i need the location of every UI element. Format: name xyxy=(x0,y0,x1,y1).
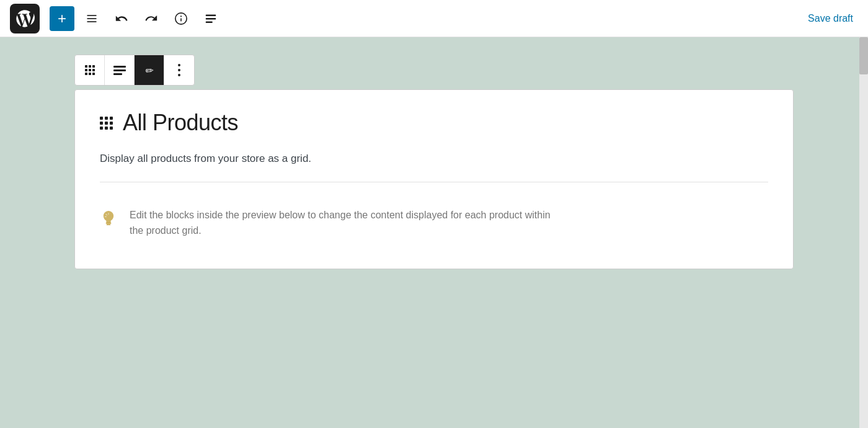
tip-text: Edit the blocks inside the preview below… xyxy=(130,207,564,239)
svg-rect-6 xyxy=(206,14,216,16)
scrollbar[interactable] xyxy=(859,37,868,428)
editor-canvas: ✏ All Products xyxy=(0,37,868,428)
svg-rect-8 xyxy=(206,21,213,22)
card-header: All Products xyxy=(100,110,768,136)
tip-section: Edit the blocks inside the preview below… xyxy=(100,202,768,244)
pencil-icon: ✏ xyxy=(144,64,154,76)
wordpress-logo xyxy=(10,4,40,33)
card-divider xyxy=(100,182,768,182)
more-options-button[interactable] xyxy=(164,55,194,85)
block-toolbar-wrapper: ✏ xyxy=(74,55,794,88)
menu-button[interactable] xyxy=(198,6,223,31)
all-products-grid-icon xyxy=(100,117,113,130)
info-button[interactable] xyxy=(169,6,193,31)
block-toolbar: ✏ xyxy=(74,55,195,86)
scrollbar-thumb[interactable] xyxy=(859,37,868,74)
undo-button[interactable] xyxy=(109,6,134,31)
redo-button[interactable] xyxy=(139,6,164,31)
save-draft-button[interactable]: Save draft xyxy=(808,13,853,24)
tools-button[interactable] xyxy=(79,6,104,31)
grid-view-button[interactable] xyxy=(75,55,105,85)
add-block-button[interactable]: + xyxy=(50,6,74,31)
editor-area: ✏ All Products xyxy=(74,55,794,269)
content-card: All Products Display all products from y… xyxy=(74,89,794,269)
top-toolbar: + Save draft xyxy=(0,0,868,37)
dots-vertical-icon xyxy=(178,64,180,76)
card-description: Display all products from your store as … xyxy=(100,151,768,167)
list-icon xyxy=(113,66,126,75)
lightbulb-icon xyxy=(100,208,117,231)
svg-rect-7 xyxy=(206,18,216,19)
list-view-button[interactable] xyxy=(105,55,135,85)
grid-icon xyxy=(85,65,95,75)
edit-button[interactable]: ✏ xyxy=(135,55,164,85)
card-title: All Products xyxy=(123,110,238,136)
